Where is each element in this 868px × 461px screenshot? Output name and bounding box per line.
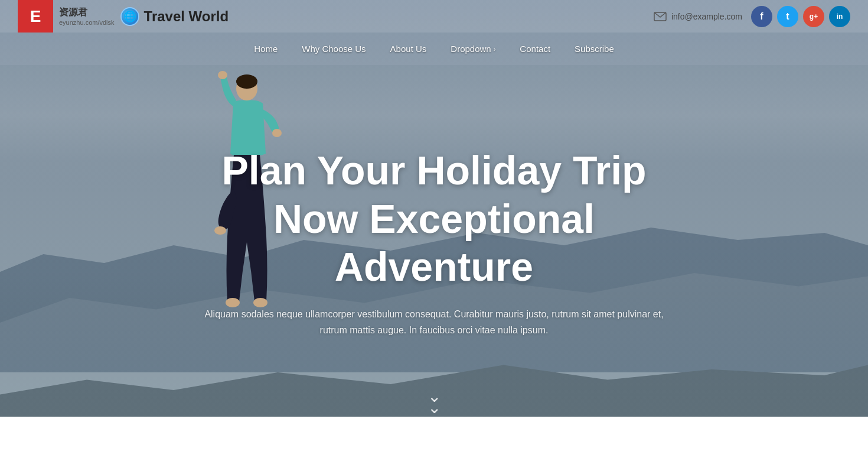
nav-label-dropdown: Dropdown (451, 44, 491, 54)
top-bar: E 资源君 eyunzhu.com/vdisk 🌐 Travel World i… (0, 0, 868, 33)
googleplus-icon: g+ (810, 12, 818, 21)
dropdown-chevron-icon: › (494, 46, 496, 53)
bottom-bar (0, 417, 868, 461)
logo-letter: E (30, 7, 41, 26)
facebook-icon: f (760, 11, 763, 22)
svg-point-1 (236, 74, 257, 89)
logo-url: eyunzhu.com/vdisk (59, 19, 115, 26)
hero-subtitle: Aliquam sodales neque ullamcorper vestib… (198, 306, 670, 338)
globe-icon: 🌐 (120, 7, 139, 26)
nav-item-why-choose-us[interactable]: Why Choose Us (291, 38, 376, 60)
nav-label-home: Home (254, 44, 278, 54)
facebook-button[interactable]: f (751, 6, 772, 27)
hero-title-line2: Now Exceptional (273, 196, 595, 241)
twitter-icon: t (786, 11, 789, 22)
chinese-name: 资源君 (59, 7, 115, 19)
email-text: info@example.com (671, 12, 742, 21)
top-right: info@example.com f t g+ in (654, 6, 850, 27)
navigation-bar: Home Why Choose Us About Us Dropdown › C… (0, 33, 868, 65)
nav-item-dropdown[interactable]: Dropdown › (440, 38, 506, 60)
site-title: Travel World (144, 8, 229, 25)
nav-item-contact[interactable]: Contact (509, 38, 561, 60)
hero-title-line1: Plan Your Holiday Trip (221, 148, 646, 193)
nav-label-contact: Contact (520, 44, 550, 54)
hero-title: Plan Your Holiday Trip Now Exceptional A… (198, 147, 670, 291)
nav-item-subscribe[interactable]: Subscribe (564, 38, 625, 60)
scroll-indicator[interactable]: ⌄ ⌄ (428, 391, 441, 414)
nav-label-why-choose-us: Why Choose Us (302, 44, 366, 54)
svg-point-3 (272, 129, 282, 137)
nav-items: Home Why Choose Us About Us Dropdown › C… (243, 38, 625, 60)
double-chevron-down-icon: ⌄ ⌄ (428, 391, 441, 414)
envelope-icon (654, 12, 667, 21)
hero-title-line3: Adventure (335, 244, 533, 289)
nav-label-subscribe: Subscribe (575, 44, 614, 54)
svg-point-2 (218, 71, 227, 79)
nav-item-about-us[interactable]: About Us (380, 38, 438, 60)
googleplus-button[interactable]: g+ (803, 6, 824, 27)
globe-logo-area: 🌐 Travel World (120, 7, 229, 26)
email-area: info@example.com (654, 12, 742, 21)
twitter-button[interactable]: t (777, 6, 798, 27)
logo-chinese-text: 资源君 eyunzhu.com/vdisk (59, 7, 115, 26)
social-icons: f t g+ in (751, 6, 850, 27)
nav-item-home[interactable]: Home (243, 38, 288, 60)
nav-label-about-us: About Us (390, 44, 427, 54)
hero-section: E 资源君 eyunzhu.com/vdisk 🌐 Travel World i… (0, 0, 868, 461)
linkedin-icon: in (837, 12, 843, 21)
logo-badge: E (18, 0, 53, 33)
hero-content: Plan Your Holiday Trip Now Exceptional A… (198, 147, 670, 338)
linkedin-button[interactable]: in (829, 6, 850, 27)
logo-area: E 资源君 eyunzhu.com/vdisk 🌐 Travel World (18, 0, 229, 33)
